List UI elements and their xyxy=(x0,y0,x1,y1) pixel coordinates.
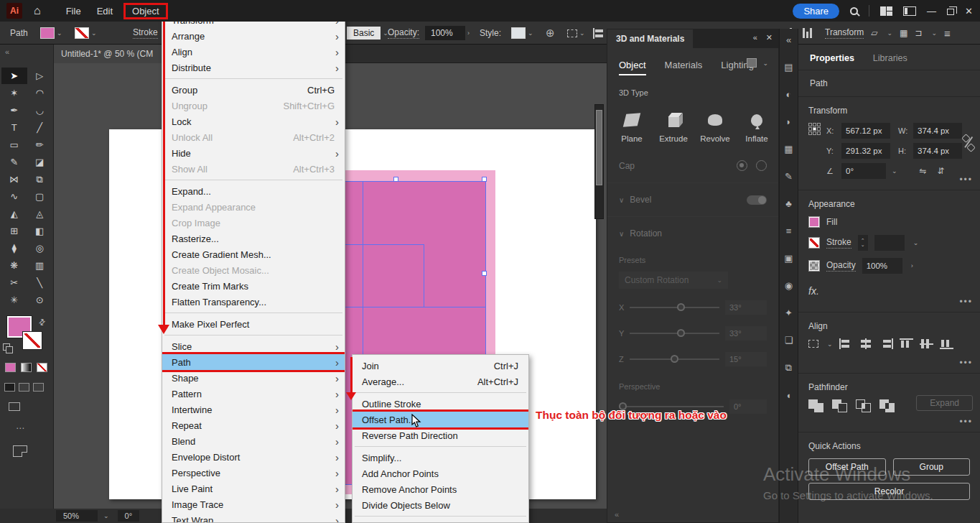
rotation-z-value[interactable]: 15° xyxy=(725,352,767,366)
menu-item-lock[interactable]: Lock› xyxy=(162,114,345,129)
x-position-input[interactable]: 567.12 px xyxy=(841,123,890,139)
home-icon[interactable]: ⌂ xyxy=(34,4,41,17)
more-options-icon[interactable]: ••• xyxy=(959,417,973,427)
chevron-down-icon[interactable]: ⌄ xyxy=(913,239,919,246)
tab-object[interactable]: Object xyxy=(619,60,646,75)
default-fill-stroke-icon[interactable] xyxy=(3,343,10,351)
appearance-panel-icon[interactable]: ▣ xyxy=(784,253,793,264)
rotation-z-slider[interactable] xyxy=(630,358,719,360)
width-input[interactable]: 374.4 px xyxy=(913,123,962,139)
collapse-panel-icon[interactable]: « xyxy=(5,47,9,56)
menu-object[interactable]: Object xyxy=(123,3,168,19)
opacity-swatch[interactable] xyxy=(808,260,820,272)
opacity-value[interactable]: 100% xyxy=(862,258,902,274)
transform-again-icon[interactable]: ▱ xyxy=(871,28,877,38)
menu-item-intertwine[interactable]: Intertwine› xyxy=(162,402,345,417)
menu-item-create-trim-marks[interactable]: Create Trim Marks xyxy=(162,278,345,294)
menu-item-text-wrap[interactable]: Text Wrap› xyxy=(162,512,345,523)
stroke-weight-value[interactable] xyxy=(874,235,905,251)
3d-type-plane[interactable]: Plane xyxy=(613,106,650,143)
collapse-panel-icon[interactable]: « xyxy=(753,33,757,42)
document-tab[interactable]: Untitled-1* @ 50 % (CM xyxy=(54,45,163,63)
rectangle-tool[interactable]: ▭ xyxy=(1,136,27,153)
pathfinder-minus-front-icon[interactable] xyxy=(832,399,847,412)
mesh-tool[interactable]: ⊞ xyxy=(1,223,27,239)
transform-link[interactable]: Transform xyxy=(825,27,864,39)
perspective-slider[interactable] xyxy=(619,406,724,407)
stroke-swatch[interactable] xyxy=(808,237,820,249)
menu-item-distribute[interactable]: Distribute› xyxy=(162,60,345,75)
paintbrush-tool[interactable]: ✏ xyxy=(27,136,53,153)
opacity-link[interactable]: Opacity: xyxy=(388,27,419,39)
3d-type-inflate[interactable]: Inflate xyxy=(738,106,775,143)
chevron-down-icon[interactable]: ∨ xyxy=(619,196,624,204)
3d-type-extrude[interactable]: Extrude xyxy=(655,106,692,143)
brushes-panel-icon[interactable]: ✎ xyxy=(785,171,793,182)
eyedropper-tool[interactable]: ⧫ xyxy=(1,240,27,256)
dock-collapse-icon[interactable]: « xyxy=(786,34,791,45)
rotation-x-slider[interactable] xyxy=(630,307,719,308)
menu-item-envelope-distort[interactable]: Envelope Distort› xyxy=(162,449,345,465)
selection-tool[interactable]: ➤ xyxy=(1,68,27,84)
free-transform-tool[interactable]: ⧉ xyxy=(27,171,53,188)
more-options-icon[interactable]: ••• xyxy=(959,358,973,368)
symbols-panel-icon[interactable]: ♣ xyxy=(785,198,792,209)
menu-item-arrange[interactable]: Arrange› xyxy=(162,28,345,44)
chevron-down-icon[interactable]: ⌄ xyxy=(762,60,768,67)
menu-item-blend[interactable]: Blend› xyxy=(162,433,345,449)
opacity-link[interactable]: Opacity xyxy=(826,260,856,272)
align-left-icon[interactable] xyxy=(593,28,607,39)
asset-export-panel-icon[interactable]: ⧉ xyxy=(785,362,792,374)
draw-behind-icon[interactable] xyxy=(19,383,29,392)
chevron-down-icon[interactable]: ⌄ xyxy=(91,29,97,37)
menu-item-live-paint[interactable]: Live Paint› xyxy=(162,481,345,496)
menu-item-make-pixel-perfect[interactable]: Make Pixel Perfect xyxy=(162,316,345,332)
menu-item-shape[interactable]: Shape› xyxy=(162,370,345,386)
zoom-tool[interactable]: ⊙ xyxy=(27,292,53,308)
menu-item-rasterize[interactable]: Rasterize... xyxy=(162,231,345,246)
line-segment-tool[interactable]: ╱ xyxy=(27,119,53,136)
stroke-weight-stepper[interactable]: ⌃⌄ xyxy=(858,235,868,251)
gradient-tool[interactable]: ◧ xyxy=(27,223,53,239)
menu-edit[interactable]: Edit xyxy=(89,3,121,19)
menu-item-align[interactable]: Align› xyxy=(162,44,345,60)
submenu-item-reverse-path-direction[interactable]: Reverse Path Direction xyxy=(353,427,528,443)
group-button[interactable]: Group xyxy=(893,458,971,476)
pathfinder-intersect-icon[interactable] xyxy=(856,399,871,412)
height-input[interactable]: 374.4 px xyxy=(913,143,962,159)
cap-solid-icon[interactable] xyxy=(737,160,747,171)
shape-properties-icon[interactable]: ▦ xyxy=(900,28,907,38)
effects-button[interactable]: fx. xyxy=(808,285,819,297)
submenu-item-add-anchor-points[interactable]: Add Anchor Points xyxy=(353,466,528,481)
menu-item-create-gradient-mesh[interactable]: Create Gradient Mesh... xyxy=(162,246,345,262)
chevron-down-icon[interactable]: ⌄ xyxy=(827,341,833,348)
flip-horizontal-icon[interactable]: ⇋ xyxy=(920,166,927,176)
submenu-item-remove-anchor-points[interactable]: Remove Anchor Points xyxy=(353,481,528,497)
expand-icon[interactable] xyxy=(747,58,757,68)
direct-selection-tool[interactable]: ▷ xyxy=(27,68,53,84)
submenu-item-split-into-grid[interactable]: Split Into Grid... xyxy=(353,519,528,523)
fill-swatch[interactable] xyxy=(808,216,820,228)
chevron-down-icon[interactable]: ⌄ xyxy=(892,167,897,175)
curvature-tool[interactable]: ◡ xyxy=(27,102,53,119)
workspace-switcher-icon[interactable] xyxy=(880,6,892,16)
graphic-styles-panel-icon[interactable]: ✦ xyxy=(785,307,793,318)
shaper-tool[interactable]: ∿ xyxy=(1,188,27,205)
tab-libraries[interactable]: Libraries xyxy=(873,53,907,63)
none-mode-swatch[interactable] xyxy=(37,363,47,372)
hand-tool[interactable]: ✳ xyxy=(1,292,27,308)
flip-vertical-icon[interactable]: ⇵ xyxy=(938,166,945,176)
align-middle-vertical-icon[interactable] xyxy=(920,338,933,349)
menu-item-expand[interactable]: Expand... xyxy=(162,183,345,199)
bevel-toggle[interactable] xyxy=(747,195,767,205)
rotation-x-value[interactable]: 33° xyxy=(725,300,767,315)
rotation-y-slider[interactable] xyxy=(630,333,719,334)
magic-wand-tool[interactable]: ✶ xyxy=(1,85,27,101)
draw-inside-icon[interactable] xyxy=(33,383,44,392)
menu-icon[interactable]: ≡ xyxy=(944,27,951,40)
scrollbar-thumb[interactable] xyxy=(596,110,602,185)
menu-item-pattern[interactable]: Pattern› xyxy=(162,386,345,402)
artboard-tool[interactable]: ▢ xyxy=(27,188,53,205)
link-dimensions-icon[interactable] xyxy=(963,134,974,152)
stroke-color-swatch[interactable] xyxy=(23,332,42,349)
